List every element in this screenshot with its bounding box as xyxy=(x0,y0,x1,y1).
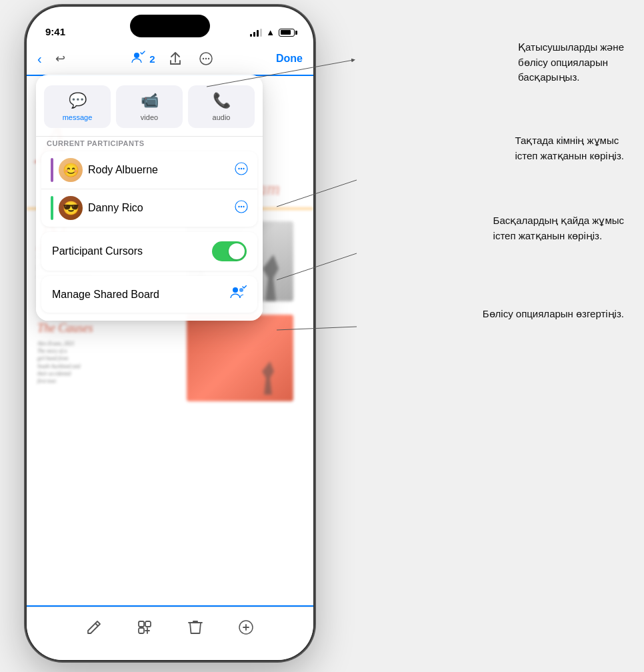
rody-indicator xyxy=(51,158,53,182)
svg-point-12 xyxy=(243,205,244,207)
audio-icon: 📞 xyxy=(213,92,231,109)
svg-point-13 xyxy=(233,287,238,293)
svg-point-8 xyxy=(243,167,244,169)
message-icon: 💬 xyxy=(69,92,87,109)
svg-point-10 xyxy=(238,205,239,207)
dynamic-island xyxy=(130,15,210,37)
status-icons: ▲ xyxy=(250,27,295,37)
danny-more-button[interactable] xyxy=(235,200,248,217)
more-tool-button[interactable] xyxy=(234,615,258,639)
manage-label: Manage Shared Board xyxy=(52,289,229,301)
back-button[interactable]: ‹ xyxy=(37,51,42,67)
signal-bar-1 xyxy=(250,34,252,37)
toolbar-left: ‹ ↩ xyxy=(37,48,71,69)
video-label: video xyxy=(141,113,158,121)
main-toolbar: ‹ ↩ 2 xyxy=(27,43,313,75)
annotation-3-text: Басқалардың қайда жұмыс істеп жатқанын к… xyxy=(493,215,624,241)
danny-indicator xyxy=(51,196,53,220)
svg-point-0 xyxy=(134,53,139,58)
comm-buttons-row: 💬 message 📹 video 📞 audio xyxy=(36,75,263,136)
wifi-icon: ▲ xyxy=(266,27,275,37)
danny-avatar: 😎 xyxy=(59,196,83,220)
dropdown-panel: 💬 message 📹 video 📞 audio CURRENT PARTIC… xyxy=(36,75,263,321)
participants-count: 2 xyxy=(149,53,155,65)
toggle-label: Participant Cursors xyxy=(52,245,212,257)
signal-bar-4 xyxy=(260,29,262,37)
toolbar-center: 2 xyxy=(131,48,216,69)
annotation-1: Қатысушыларды және бөлісу опцияларын бас… xyxy=(518,40,624,85)
annotation-2-text: Тақтада кімнің жұмыс істеп жатқанын көрі… xyxy=(515,135,624,161)
audio-button[interactable]: 📞 audio xyxy=(188,85,255,128)
svg-point-4 xyxy=(207,58,209,59)
bottom-toolbar xyxy=(27,607,313,660)
undo-icon: ↩ xyxy=(55,51,65,66)
done-button[interactable]: Done xyxy=(276,53,303,65)
svg-rect-17 xyxy=(139,628,144,633)
toggle-knob xyxy=(229,243,245,259)
pen-tool-button[interactable] xyxy=(82,615,106,639)
annotation-3: Басқалардың қайда жұмыс істеп жатқанын к… xyxy=(493,213,624,243)
message-label: message xyxy=(63,113,93,121)
participants-list: 😊 Rody Albuerne xyxy=(41,151,257,227)
more-button[interactable] xyxy=(195,48,217,69)
svg-rect-16 xyxy=(145,621,151,627)
signal-bars-icon xyxy=(250,29,262,37)
causes-title: The Causes xyxy=(37,321,93,335)
video-icon: 📹 xyxy=(141,92,159,109)
svg-point-6 xyxy=(238,167,239,169)
causes-subtitle: Alex Evans, 2021 The story of a girl ban… xyxy=(37,340,80,385)
participant-cursors-toggle[interactable] xyxy=(212,241,247,261)
share-button[interactable] xyxy=(165,48,186,69)
svg-point-11 xyxy=(241,205,242,207)
battery-fill xyxy=(281,30,291,35)
svg-point-3 xyxy=(205,58,206,59)
annotation-4-text: Бөлісу опцияларын өзгертіңіз. xyxy=(483,308,624,319)
delete-tool-button[interactable] xyxy=(183,615,207,639)
participant-row-danny[interactable]: 😎 Danny Rico xyxy=(41,189,257,227)
svg-point-2 xyxy=(202,58,203,59)
manage-shared-board-icon xyxy=(229,285,247,303)
message-button[interactable]: 💬 message xyxy=(44,85,111,128)
participants-button[interactable]: 2 xyxy=(131,51,155,67)
annotation-2: Тақтада кімнің жұмыс істеп жатқанын көрі… xyxy=(515,133,624,163)
danny-name: Danny Rico xyxy=(88,202,227,214)
svg-point-7 xyxy=(241,167,242,169)
annotation-4: Бөлісу опцияларын өзгертіңіз. xyxy=(483,307,624,322)
add-tool-button[interactable] xyxy=(133,615,157,639)
rody-name: Rody Albuerne xyxy=(88,164,227,176)
phone-frame: 9:41 ▲ ‹ ↩ xyxy=(27,7,313,660)
participants-section-header: CURRENT PARTICIPANTS xyxy=(36,136,263,151)
svg-point-14 xyxy=(239,288,243,292)
battery-icon xyxy=(279,29,295,37)
participant-cursors-toggle-row: Participant Cursors xyxy=(41,232,257,271)
rody-avatar: 😊 xyxy=(59,158,83,182)
signal-bar-3 xyxy=(257,30,259,37)
svg-rect-15 xyxy=(139,621,144,627)
undo-button[interactable]: ↩ xyxy=(50,48,71,69)
rody-more-button[interactable] xyxy=(235,162,248,179)
status-time: 9:41 xyxy=(45,26,65,37)
signal-bar-2 xyxy=(253,32,255,37)
annotation-1-text: Қатысушыларды және бөлісу опцияларын бас… xyxy=(518,41,624,83)
audio-label: audio xyxy=(213,113,231,121)
participant-row-rody[interactable]: 😊 Rody Albuerne xyxy=(41,151,257,189)
canvas-image-2 xyxy=(187,315,293,401)
participants-icon xyxy=(131,51,147,67)
video-button[interactable]: 📹 video xyxy=(116,85,183,128)
manage-shared-board-row[interactable]: Manage Shared Board xyxy=(41,276,257,313)
